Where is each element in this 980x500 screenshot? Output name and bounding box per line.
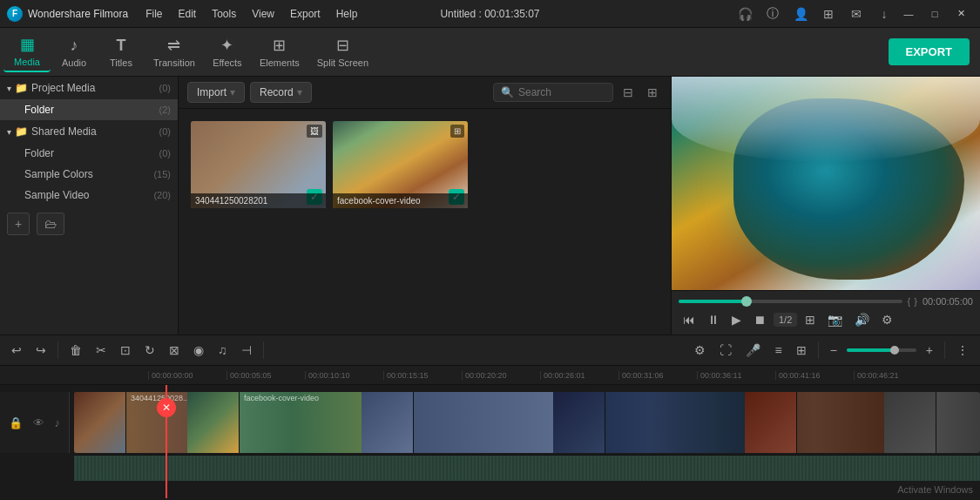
snapshot-tl-button[interactable]: ⊞: [792, 341, 811, 360]
import-dropdown-icon[interactable]: ▾: [230, 86, 235, 98]
settings-button[interactable]: ⚙: [877, 310, 897, 329]
toolbar-media[interactable]: ▦ Media: [3, 31, 51, 72]
stop-button[interactable]: ⏹: [749, 310, 770, 329]
toolbar-splitscreen[interactable]: ⊟ Split Screen: [308, 32, 377, 71]
menu-view[interactable]: View: [245, 4, 281, 24]
zoom-in-button[interactable]: +: [922, 341, 937, 360]
playhead[interactable]: ✕: [166, 385, 167, 498]
headphone-icon[interactable]: 🎧: [733, 3, 757, 24]
track-segment-mountain[interactable]: [362, 392, 553, 453]
maximize-button[interactable]: □: [923, 5, 947, 23]
track-segment-aerial[interactable]: facebook-cover-video: [187, 392, 362, 453]
download-icon[interactable]: ↓: [872, 3, 896, 24]
devices-icon[interactable]: ⊞: [816, 3, 841, 24]
crop-button[interactable]: ⊡: [116, 341, 135, 360]
in-marker[interactable]: {: [908, 296, 911, 307]
menu-export[interactable]: Export: [283, 4, 328, 24]
playhead-handle[interactable]: ✕: [157, 398, 176, 417]
folder-icon: 📁: [15, 82, 28, 94]
add-folder-button[interactable]: +: [7, 213, 30, 235]
toolbar-audio[interactable]: ♪ Audio: [51, 33, 98, 71]
more-button[interactable]: ⋮: [952, 341, 973, 360]
sidebar: ▾ 📁 Project Media (0) Folder (2) ▾ 📁 Sha…: [0, 77, 179, 334]
menu-edit[interactable]: Edit: [172, 4, 204, 24]
sun-track-thumb: [553, 392, 605, 453]
track-segment-smoke[interactable]: [884, 392, 980, 453]
sidebar-group-shared-media[interactable]: ▾ 📁 Shared Media (0): [0, 120, 178, 143]
delete-button[interactable]: 🗑: [65, 341, 86, 360]
ruler-mark-8: 00:00:41:16: [775, 371, 854, 380]
out-marker[interactable]: }: [914, 296, 917, 307]
play-button[interactable]: ▶: [727, 310, 746, 329]
fullscreen-button[interactable]: ⊞: [801, 310, 820, 329]
track-segment-sun[interactable]: [553, 392, 745, 453]
menu-file[interactable]: File: [139, 4, 169, 24]
toolbar-elements[interactable]: ⊞ Elements: [251, 32, 308, 71]
record-dropdown-icon[interactable]: ▾: [297, 86, 302, 98]
zoom-button[interactable]: ⊠: [165, 341, 184, 360]
folder-icon-2: 📁: [15, 125, 28, 138]
marker-button[interactable]: ⛶: [715, 341, 736, 360]
titlebar: F Wondershare Filmora File Edit Tools Vi…: [0, 0, 980, 28]
media-item-village[interactable]: 🖼 ✓ 340441250028201: [191, 121, 326, 208]
aerial-track-thumb: [187, 392, 240, 453]
mail-icon[interactable]: ✉: [844, 3, 868, 24]
open-folder-button[interactable]: 🗁: [37, 213, 64, 235]
minimize-button[interactable]: —: [896, 5, 921, 23]
record-button[interactable]: Record ▾: [250, 82, 312, 103]
settings-icon[interactable]: ⚙: [690, 341, 710, 360]
rotate-button[interactable]: ↻: [140, 341, 159, 360]
export-button[interactable]: EXPORT: [889, 38, 970, 65]
speed-control[interactable]: 1/2: [774, 313, 797, 327]
ruler-mark-7: 00:00:36:11: [697, 371, 775, 380]
toolbar-effects[interactable]: ✦ Effects: [204, 32, 251, 71]
close-button[interactable]: ✕: [949, 5, 973, 23]
app-name: Wondershare Filmora: [28, 8, 128, 20]
menu-help[interactable]: Help: [329, 4, 365, 24]
zoom-out-button[interactable]: −: [826, 341, 841, 360]
sidebar-item-shared-folder[interactable]: Folder (0): [0, 143, 178, 164]
eye-button[interactable]: 👁: [33, 416, 44, 429]
search-input[interactable]: [518, 86, 605, 98]
color-button[interactable]: ◉: [189, 341, 208, 360]
menu-tools[interactable]: Tools: [205, 4, 243, 24]
main-toolbar: ▦ Media ♪ Audio T Titles ⇌ Transition ✦ …: [0, 28, 980, 77]
voice-button[interactable]: 🎤: [741, 341, 765, 360]
sidebar-item-folder[interactable]: Folder (2): [0, 99, 178, 120]
info-icon[interactable]: ⓘ: [760, 3, 785, 24]
titles-icon: T: [117, 37, 126, 55]
audio-button[interactable]: 🔊: [850, 310, 874, 329]
preview-progress-thumb[interactable]: [741, 296, 752, 307]
media-browser: Import ▾ Record ▾ 🔍 ⊟ ⊞ 🖼 ✓ 3404: [179, 77, 671, 334]
sidebar-group-project-media[interactable]: ▾ 📁 Project Media (0): [0, 77, 178, 99]
pause-button[interactable]: ⏸: [703, 310, 724, 329]
sidebar-shared-folder-label: Folder: [24, 147, 54, 159]
filter-button[interactable]: ⊟: [618, 83, 638, 102]
split-button[interactable]: ⊣: [237, 341, 256, 360]
media-item-aerial[interactable]: ⊞ ✓ facebook-cover-video: [333, 121, 468, 208]
preview-progress-track[interactable]: [679, 300, 902, 303]
snapshot-button[interactable]: 📷: [823, 310, 847, 329]
toolbar-titles[interactable]: T Titles: [98, 33, 145, 71]
lock-button[interactable]: 🔒: [9, 416, 23, 429]
import-button[interactable]: Import ▾: [187, 82, 245, 103]
redo-button[interactable]: ↪: [31, 341, 51, 360]
sidebar-item-sample-video[interactable]: Sample Video (20): [0, 185, 178, 206]
audio-track-btn[interactable]: ♪: [55, 416, 61, 429]
audio-mix-button[interactable]: ♫: [213, 341, 232, 360]
subtitle-button[interactable]: ≡: [770, 341, 786, 360]
preview-slider-row: { } 00:00:05:00: [679, 296, 973, 307]
track-segment-fire[interactable]: [745, 392, 884, 453]
timeline-ruler: 00:00:00:00 00:00:05:05 00:00:10:10 00:0…: [0, 366, 980, 385]
cut-button[interactable]: ✂: [91, 341, 111, 360]
step-back-button[interactable]: ⏮: [679, 310, 700, 329]
sidebar-item-sample-colors[interactable]: Sample Colors (15): [0, 164, 178, 185]
search-box: 🔍: [493, 83, 613, 102]
undo-button[interactable]: ↩: [7, 341, 26, 360]
toolbar-transition[interactable]: ⇌ Transition: [145, 32, 204, 71]
splitscreen-icon: ⊟: [336, 36, 349, 55]
zoom-thumb[interactable]: [890, 346, 899, 355]
grid-view-button[interactable]: ⊞: [643, 83, 662, 102]
account-icon[interactable]: 👤: [788, 3, 813, 24]
zoom-slider[interactable]: [847, 348, 916, 352]
